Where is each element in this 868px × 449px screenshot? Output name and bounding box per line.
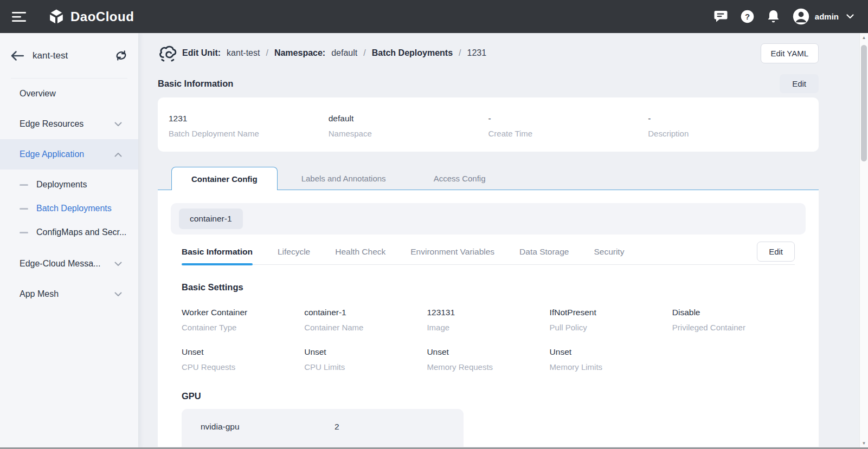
avatar	[793, 8, 809, 25]
basic-settings-row-2: Unset CPU Requests Unset CPU Limits Unse…	[182, 347, 795, 372]
sidebar-item-deployments[interactable]: Deployments	[0, 173, 138, 197]
field-label: Memory Limits	[550, 362, 672, 372]
sidebar: kant-test Overview Edge Resources Edge A…	[0, 33, 138, 449]
field-value: Unset	[304, 347, 427, 357]
field-value: IfNotPresent	[550, 308, 672, 317]
subtab-lifecycle[interactable]: Lifecycle	[278, 239, 310, 265]
workspace-title: kant-test	[33, 50, 68, 61]
field-label: Container Name	[304, 323, 427, 332]
field-namespace: default Namespace	[329, 114, 488, 152]
sidebar-item-app-mesh[interactable]: App Mesh	[0, 279, 138, 309]
chevron-down-icon	[114, 262, 122, 266]
container-subtabs: Basic Information Lifecycle Health Check…	[182, 239, 795, 265]
container-edit-button[interactable]: Edit	[757, 242, 795, 262]
field-pull-policy: IfNotPresent Pull Policy	[550, 308, 672, 332]
sidebar-item-batch-deployments[interactable]: Batch Deployments	[0, 197, 138, 220]
daocloud-cube-icon	[48, 8, 65, 25]
field-value: 123131	[427, 308, 549, 317]
tab-container-config[interactable]: Container Config	[171, 167, 278, 190]
edit-yaml-button[interactable]: Edit YAML	[761, 43, 819, 63]
scrollbar-thumb[interactable]	[861, 45, 867, 161]
container-config-panel: container-1 Basic Information Lifecycle …	[158, 190, 819, 447]
sidebar-item-label: Overview	[20, 89, 56, 99]
field-value: Unset	[182, 347, 304, 357]
sidebar-item-configmaps-secrets[interactable]: ConfigMaps and Secr...	[0, 220, 138, 244]
field-label: CPU Limits	[304, 362, 427, 372]
field-label: Privileged Container	[672, 323, 795, 332]
scroll-down-arrow[interactable]: ▼	[860, 439, 868, 447]
gpu-row: nvidia-gpu 2	[182, 409, 464, 447]
sidebar-item-edge-resources[interactable]: Edge Resources	[0, 109, 138, 139]
field-cpu-requests: Unset CPU Requests	[182, 347, 304, 372]
field-value: Worker Container	[182, 308, 304, 317]
back-arrow-icon[interactable]	[11, 51, 24, 61]
container-selector-strip: container-1	[171, 203, 806, 235]
breadcrumb-separator: /	[363, 48, 365, 58]
tab-access-config[interactable]: Access Config	[410, 167, 510, 190]
dash-icon	[20, 208, 28, 210]
basic-information-card: 1231 Batch Deployment Name default Names…	[158, 97, 819, 152]
field-label: Container Type	[182, 323, 304, 332]
messages-icon[interactable]	[714, 10, 728, 23]
chevron-up-icon	[114, 152, 122, 157]
sidebar-item-edge-application[interactable]: Edge Application	[0, 139, 138, 170]
help-icon[interactable]: ?	[741, 10, 754, 23]
user-menu[interactable]: admin	[793, 8, 854, 25]
menu-hamburger-icon[interactable]	[12, 11, 26, 22]
subtab-health-check[interactable]: Health Check	[335, 239, 385, 265]
field-value: Disable	[672, 308, 795, 317]
breadcrumb-section[interactable]: Batch Deployments	[372, 48, 453, 58]
daocloud-logo[interactable]: DaoCloud	[48, 8, 134, 25]
field-label: CPU Requests	[182, 362, 304, 372]
breadcrumb-separator: /	[266, 48, 268, 58]
field-value: Unset	[427, 347, 549, 357]
subtab-data-storage[interactable]: Data Storage	[519, 239, 569, 265]
chevron-down-icon	[114, 292, 122, 297]
basic-settings-title: Basic Settings	[182, 282, 795, 292]
field-value: -	[488, 114, 648, 123]
scroll-up-arrow[interactable]: ▲	[860, 33, 868, 42]
sidebar-item-edge-cloud-message[interactable]: Edge-Cloud Messa...	[0, 249, 138, 279]
field-memory-requests: Unset Memory Requests	[427, 347, 549, 372]
field-description: - Description	[648, 114, 808, 152]
field-container-type: Worker Container Container Type	[182, 308, 304, 332]
top-navbar: DaoCloud ?	[0, 0, 868, 33]
main-content: Edit Unit: kant-test / Namespace: defaul…	[138, 33, 868, 449]
svg-text:?: ?	[745, 12, 750, 21]
container-chip[interactable]: container-1	[179, 209, 243, 229]
sidebar-item-label: Edge Application	[20, 149, 84, 159]
notifications-bell-icon[interactable]	[767, 10, 780, 23]
subtab-environment-variables[interactable]: Environment Variables	[410, 239, 494, 265]
field-empty	[672, 347, 795, 372]
breadcrumb-item-id: 1231	[467, 48, 487, 58]
unit-knot-icon	[158, 44, 178, 62]
field-image: 123131 Image	[427, 308, 549, 332]
field-container-name: container-1 Container Name	[304, 308, 427, 332]
sidebar-item-label: Edge-Cloud Messa...	[20, 259, 100, 269]
field-batch-deployment-name: 1231 Batch Deployment Name	[169, 114, 329, 152]
breadcrumb: Edit Unit: kant-test / Namespace: defaul…	[158, 41, 819, 66]
gpu-value: 2	[335, 422, 339, 447]
breadcrumb-unit-name[interactable]: kant-test	[227, 48, 260, 58]
field-value: 1231	[169, 114, 329, 123]
switch-workspace-icon[interactable]	[115, 50, 127, 61]
username-label: admin	[815, 12, 839, 21]
vertical-scrollbar[interactable]: ▲ ▼	[859, 33, 868, 449]
gpu-name: nvidia-gpu	[201, 422, 335, 447]
field-value: -	[648, 114, 808, 123]
field-value: Unset	[550, 347, 672, 357]
subtab-security[interactable]: Security	[594, 239, 624, 265]
sidebar-item-label: ConfigMaps and Secr...	[36, 227, 126, 237]
dash-icon	[20, 232, 28, 233]
gpu-title: GPU	[182, 391, 795, 401]
breadcrumb-namespace-value[interactable]: default	[331, 48, 357, 58]
brand-name: DaoCloud	[70, 9, 134, 24]
field-value: container-1	[304, 308, 427, 317]
basic-information-edit-button[interactable]: Edit	[780, 74, 819, 93]
main-tabs: Container Config Labels and Annotations …	[158, 167, 819, 190]
sidebar-item-overview[interactable]: Overview	[0, 79, 138, 109]
sidebar-item-label: App Mesh	[20, 289, 59, 299]
subtab-basic-information[interactable]: Basic Information	[182, 239, 253, 265]
tab-labels-annotations[interactable]: Labels and Annotations	[278, 167, 410, 190]
breadcrumb-separator: /	[459, 48, 461, 58]
